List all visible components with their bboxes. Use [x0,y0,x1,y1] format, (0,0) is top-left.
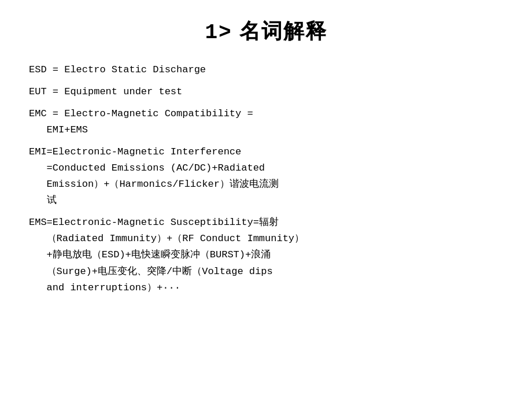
def-line: EMS=Electronic-Magnetic Susceptibility=辐… [29,215,503,231]
title-text: 名词解释 [239,19,327,43]
definition-item-ems: EMS=Electronic-Magnetic Susceptibility=辐… [29,215,503,295]
def-line: 试 [29,193,503,209]
def-line: （Radiated Immunity）+（RF Conduct Immunity… [29,231,503,247]
def-line: and interruptions）+··· [29,280,503,296]
definition-item-esd: ESD = Electro Static Discharge [29,62,503,78]
def-line: =Conducted Emissions (AC/DC)+Radiated [29,160,503,176]
def-line: ESD = Electro Static Discharge [29,62,503,78]
definitions-list: ESD = Electro Static DischargeEUT = Equi… [29,62,503,296]
definition-item-emi: EMI=Electronic-Magnetic Interference =Co… [29,144,503,209]
definition-item-eut: EUT = Equipment under test [29,84,503,100]
def-line: （Surge)+电压变化、突降/中断（Voltage dips [29,264,503,280]
def-line: EMI+EMS [29,122,503,138]
def-line: +静电放电（ESD)+电快速瞬变脉冲（BURST)+浪涌 [29,247,503,263]
page-title: 1> 名词解释 [29,17,503,46]
title-number: 1> [205,21,232,45]
page-container: 1> 名词解释 ESD = Electro Static DischargeEU… [29,17,503,296]
definition-item-emc: EMC = Electro-Magnetic Compatibility = E… [29,106,503,138]
def-line: EMI=Electronic-Magnetic Interference [29,144,503,160]
def-line: EUT = Equipment under test [29,84,503,100]
def-line: EMC = Electro-Magnetic Compatibility = [29,106,503,122]
def-line: Emission）+（Harmonics/Flicker）谐波电流测 [29,176,503,193]
